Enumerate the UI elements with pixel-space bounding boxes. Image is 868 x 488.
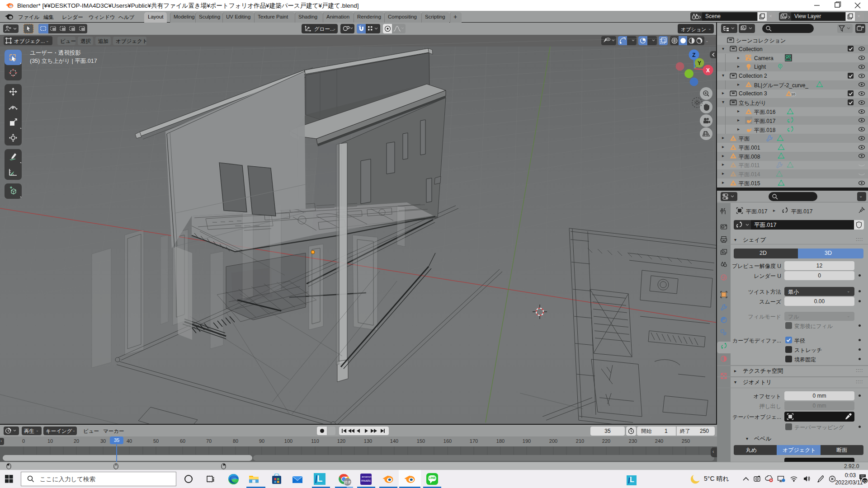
svg-text:(35) 立ち上がり | 平面.017: (35) 立ち上がり | 平面.017 <box>30 58 97 64</box>
svg-text:Y: Y <box>698 60 701 66</box>
svg-text:X: X <box>706 67 710 74</box>
svg-text:ユーザー・透視投影: ユーザー・透視投影 <box>30 50 81 56</box>
svg-text:Z: Z <box>692 52 695 58</box>
